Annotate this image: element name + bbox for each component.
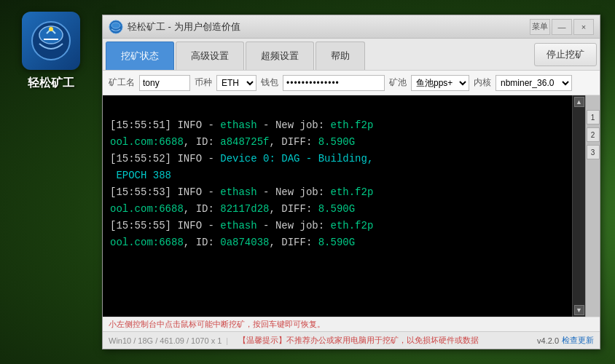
side-button-2[interactable]: 2 [587, 127, 600, 142]
coin-label: 币种 [195, 76, 212, 89]
minimize-button[interactable]: — [552, 19, 572, 35]
log-area-wrapper: [15:55:51] INFO - ethash - New job: eth.… [103, 95, 600, 317]
title-icon [109, 20, 123, 34]
log-line-4: [15:55:52] INFO - Device 0: DAG - Buildi… [110, 151, 565, 167]
app-icon-graphic [29, 19, 73, 63]
tab-overclock-settings[interactable]: 超频设置 [246, 41, 314, 70]
core-select[interactable]: nbminer_36.0 [495, 75, 572, 91]
close-button[interactable]: × [573, 19, 594, 35]
svg-point-5 [111, 23, 120, 28]
menu-button[interactable]: 菜单 [530, 19, 550, 35]
log-line-7: ool.com:6688, ID: 82117d28, DIFF: 8.590G [110, 202, 565, 217]
log-line-5: EPOCH 388 [110, 168, 565, 183]
log-line-8: [15:55:55] INFO - ethash - New job: eth.… [110, 218, 565, 234]
nav-bar: 挖矿状态 高级设置 超频设置 帮助 停止挖矿 [103, 39, 600, 71]
pool-select[interactable]: 鱼池pps+ [411, 75, 469, 91]
side-button-1[interactable]: 1 [587, 110, 600, 124]
log-line-9: ool.com:6688, ID: 0a874038, DIFF: 8.590G [110, 235, 565, 250]
svg-point-3 [49, 27, 53, 31]
core-label: 内核 [474, 76, 491, 89]
scroll-up-button[interactable]: ▲ [574, 97, 584, 107]
coin-select[interactable]: ETH [216, 75, 256, 91]
hint-bar: 小左侧控制台中点击鼠标可能中断挖矿，按回车键即可恢复。 [103, 317, 600, 331]
scroll-down-button[interactable]: ▼ [574, 305, 584, 315]
stop-mining-button[interactable]: 停止挖矿 [534, 43, 597, 66]
window-title: 轻松矿工 - 为用户创造价值 [128, 20, 530, 33]
sys-info: Win10 / 18G / 461.09 / 1070 x 1 [109, 336, 222, 345]
miner-name-input[interactable] [139, 75, 190, 91]
log-line-2: [15:55:51] INFO - ethash - New job: eth.… [110, 118, 565, 133]
miner-name-label: 矿工名 [109, 76, 135, 89]
nav-spacer [367, 41, 534, 70]
side-panel: 1 2 3 [585, 95, 600, 317]
check-update-link[interactable]: 检查更新 [562, 335, 594, 346]
log-line-3: ool.com:6688, ID: a848725f, DIFF: 8.590G [110, 135, 565, 150]
tab-mining-status[interactable]: 挖矿状态 [106, 41, 174, 70]
status-warning: 【温馨提示】不推荐办公或家用电脑用于挖矿，以免损坏硬件或数据 [238, 335, 534, 346]
pool-label: 矿池 [389, 76, 407, 89]
app-icon-label: 轻松矿工 [28, 76, 74, 91]
status-bar: Win10 / 18G / 461.09 / 1070 x 1 | 【温馨提示】… [103, 331, 600, 349]
side-button-3[interactable]: 3 [587, 145, 600, 159]
tab-help[interactable]: 帮助 [316, 41, 365, 70]
window-controls: 菜单 — × [530, 19, 594, 35]
app-icon-background [22, 12, 80, 70]
main-window: 轻松矿工 - 为用户创造价值 菜单 — × 挖矿状态 高级设置 超频设置 帮助 … [102, 15, 600, 349]
app-icon-area: 轻松矿工 [7, 7, 95, 95]
version-label: v4.2.0 [537, 336, 559, 345]
wallet-label: 钱包 [261, 76, 278, 89]
scroll-buttons: ▲ ▼ [572, 95, 585, 317]
wallet-input[interactable] [283, 75, 385, 91]
log-line-6: [15:55:53] INFO - ethash - New job: eth.… [110, 185, 565, 200]
field-row: 矿工名 币种 ETH 钱包 矿池 鱼池pps+ 内核 nbminer_36.0 [103, 71, 600, 95]
title-bar: 轻松矿工 - 为用户创造价值 菜单 — × [103, 15, 600, 39]
log-line-1 [110, 101, 565, 116]
log-area[interactable]: [15:55:51] INFO - ethash - New job: eth.… [103, 95, 572, 317]
tab-advanced-settings[interactable]: 高级设置 [176, 41, 244, 70]
hint-text: 小左侧控制台中点击鼠标可能中断挖矿，按回车键即可恢复。 [109, 320, 325, 328]
